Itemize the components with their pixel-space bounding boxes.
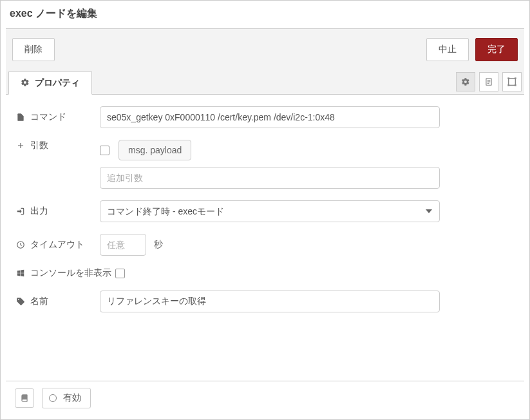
extra-args-input[interactable] <box>100 167 440 189</box>
tab-properties-label: プロパティ <box>35 77 80 89</box>
windows-icon <box>16 269 25 278</box>
timeout-input[interactable] <box>100 234 146 256</box>
plus-icon <box>16 141 25 150</box>
svg-rect-5 <box>507 77 509 79</box>
svg-rect-4 <box>509 79 516 86</box>
circle-icon <box>49 394 57 402</box>
svg-rect-8 <box>515 84 516 86</box>
expand-icon <box>507 77 517 87</box>
label-output: 出力 <box>16 205 96 217</box>
action-toolbar: 削除 中止 完了 <box>6 29 524 70</box>
cancel-button[interactable]: 中止 <box>426 38 469 61</box>
file-icon <box>16 113 25 122</box>
delete-button[interactable]: 削除 <box>12 38 55 61</box>
label-timeout: タイムアウト <box>16 239 96 251</box>
svg-rect-7 <box>507 84 509 86</box>
settings-tab-button[interactable] <box>456 72 475 91</box>
label-append: 引数 <box>16 140 96 151</box>
label-hideconsole: コンソールを非表示 <box>16 267 111 279</box>
command-input[interactable] <box>100 106 440 128</box>
gear-icon <box>21 78 30 89</box>
label-timeout-text: タイムアウト <box>30 239 84 251</box>
timeout-unit: 秒 <box>150 239 163 251</box>
hideconsole-checkbox[interactable] <box>115 269 125 278</box>
gear-icon <box>461 77 470 86</box>
label-output-text: 出力 <box>30 205 48 217</box>
append-payload-checkbox[interactable] <box>100 146 109 155</box>
document-icon <box>484 77 493 86</box>
svg-rect-6 <box>515 77 516 79</box>
enabled-toggle[interactable]: 有効 <box>42 388 91 408</box>
properties-form: コマンド 引数 msg. payload 出力 <box>6 95 524 381</box>
done-button[interactable]: 完了 <box>475 38 518 61</box>
footer: 有効 <box>6 381 524 415</box>
arrow-right-icon <box>16 207 25 216</box>
tag-icon <box>16 297 25 306</box>
description-tab-button[interactable] <box>479 72 498 91</box>
book-icon <box>20 394 29 403</box>
name-input[interactable] <box>100 291 440 312</box>
panel-title: exec ノードを編集 <box>6 1 524 29</box>
msg-payload-pill: msg. payload <box>118 140 191 160</box>
tab-strip: プロパティ <box>6 70 524 95</box>
help-button[interactable] <box>15 388 34 408</box>
appearance-tab-button[interactable] <box>502 72 522 91</box>
label-command: コマンド <box>16 111 96 123</box>
label-append-text: 引数 <box>30 140 48 151</box>
label-name: 名前 <box>16 296 96 307</box>
label-name-text: 名前 <box>30 296 48 307</box>
label-hideconsole-text: コンソールを非表示 <box>30 267 111 279</box>
label-command-text: コマンド <box>30 111 66 123</box>
output-select[interactable]: コマンド終了時 - execモード <box>100 200 440 222</box>
clock-icon <box>16 240 25 249</box>
tab-properties[interactable]: プロパティ <box>8 72 92 95</box>
enabled-label: 有効 <box>63 392 81 404</box>
